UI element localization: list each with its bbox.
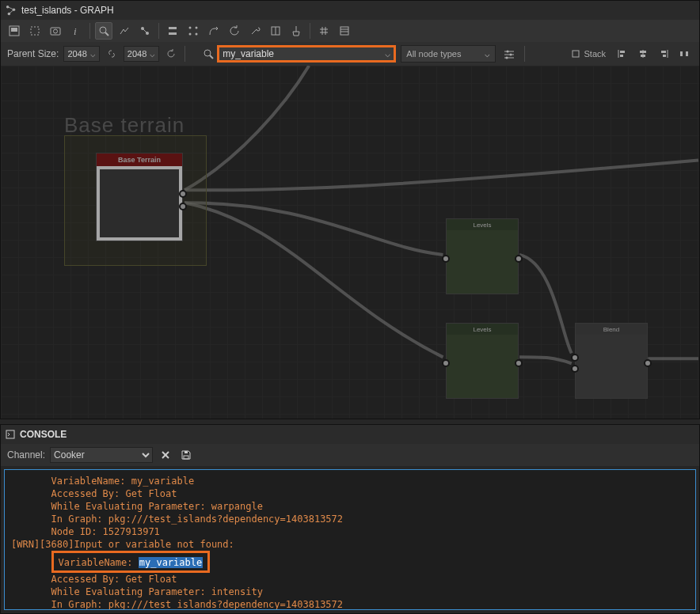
highlight-flow-icon[interactable] (116, 22, 133, 40)
align-left-icon[interactable] (614, 45, 631, 63)
svg-rect-20 (272, 27, 280, 35)
capture-icon[interactable] (47, 22, 64, 40)
align-rows-icon[interactable] (164, 22, 181, 40)
input-pin[interactable] (442, 255, 450, 263)
svg-rect-4 (11, 28, 17, 32)
parent-height-select[interactable]: 2048 ⌵ (124, 46, 159, 62)
log-line: While Evaluating Parameter: intensity (11, 586, 263, 597)
svg-point-26 (204, 50, 211, 56)
log-line: While Evaluating Parameter: warpangle (11, 501, 263, 512)
search-input[interactable] (223, 48, 385, 59)
node-levels-2[interactable]: Levels (446, 323, 519, 399)
graph-panel: test_islands - GRAPH i Parent Size: 2048… (0, 0, 700, 419)
save-log-icon[interactable] (178, 447, 194, 463)
refresh-nodes-icon[interactable] (226, 22, 243, 40)
reroute-icon[interactable] (205, 22, 223, 40)
svg-rect-34 (573, 51, 579, 57)
node-levels-1[interactable]: Levels (446, 218, 519, 294)
svg-rect-43 (663, 55, 666, 57)
output-pin[interactable] (515, 359, 523, 367)
log-line: Input or variable not found: (74, 539, 234, 550)
grid-snap-icon[interactable] (315, 22, 333, 40)
svg-point-33 (506, 57, 508, 59)
chevron-down-icon: ⌵ (90, 49, 96, 59)
node-thumbnail (447, 230, 518, 294)
input-pin[interactable] (442, 359, 450, 367)
output-pin[interactable] (179, 203, 187, 210)
align-right-icon[interactable] (655, 45, 672, 63)
svg-rect-36 (620, 51, 625, 53)
svg-point-32 (510, 54, 512, 56)
svg-rect-3 (10, 26, 19, 36)
svg-point-9 (100, 27, 106, 33)
svg-rect-14 (169, 27, 177, 29)
node-type-filter[interactable]: All node types ⌵ (401, 45, 496, 63)
highlighted-region: VariableName: my_variable (51, 551, 211, 573)
link-dimensions-icon[interactable] (105, 47, 119, 61)
cleanup-icon[interactable] (287, 22, 305, 40)
link-nodes-icon[interactable] (136, 22, 154, 40)
output-pin[interactable] (179, 190, 187, 198)
svg-rect-39 (640, 51, 646, 53)
svg-rect-50 (185, 451, 188, 453)
channel-label: Channel: (7, 449, 45, 460)
node-thumbnail (447, 335, 518, 398)
toolbar: i (1, 20, 699, 42)
filter-options-icon[interactable] (500, 45, 518, 63)
log-area[interactable]: VariableName: my_variable Accessed By: G… (4, 469, 696, 610)
log-line: VariableName: my_variable (11, 476, 194, 487)
svg-rect-5 (31, 27, 39, 35)
input-pin[interactable] (571, 354, 579, 362)
svg-rect-40 (641, 55, 645, 57)
channel-select[interactable]: Cooker (50, 447, 153, 463)
clear-log-icon[interactable] (158, 447, 173, 463)
search-input-wrap: ⌵ (217, 45, 396, 63)
reset-size-icon[interactable] (164, 47, 178, 61)
log-line: In Graph: pkg:///test_islands?dependency… (11, 514, 343, 525)
display-node-thumb-icon[interactable] (6, 22, 23, 40)
svg-rect-49 (184, 456, 188, 459)
chevron-down-icon[interactable]: ⌵ (385, 48, 390, 59)
output-pin[interactable] (644, 359, 652, 367)
parent-size-label: Parent Size: (7, 48, 59, 59)
console-panel: CONSOLE Channel: Cooker VariableName: my… (0, 424, 700, 614)
node-title: Levels (447, 324, 518, 335)
svg-rect-6 (51, 28, 60, 35)
node-thumbnail (97, 166, 182, 241)
node-thumbnail (576, 335, 647, 398)
svg-point-11 (141, 27, 144, 30)
node-canvas[interactable]: Base terrain Base Terrain Levels Levels (1, 66, 699, 419)
info-icon[interactable]: i (67, 22, 85, 40)
node-base-terrain[interactable]: Base Terrain (96, 153, 183, 241)
svg-point-17 (196, 27, 198, 29)
svg-point-12 (146, 32, 149, 35)
input-pin[interactable] (571, 365, 579, 373)
panel-title-bar: test_islands - GRAPH (1, 1, 699, 20)
console-icon (6, 430, 15, 439)
log-line: Node ID: 1527913971 (11, 526, 160, 537)
svg-line-13 (143, 28, 147, 33)
align-distribute-icon[interactable] (185, 22, 202, 40)
node-title: Levels (447, 219, 518, 230)
expose-param-icon[interactable] (267, 22, 284, 40)
fit-view-icon[interactable] (26, 22, 44, 40)
console-title: CONSOLE (20, 429, 67, 440)
output-pin[interactable] (515, 255, 523, 263)
param-bar: Parent Size: 2048 ⌵ 2048 ⌵ ⌵ (1, 42, 699, 66)
zoom-icon[interactable] (95, 22, 112, 40)
stack-toggle[interactable]: Stack (566, 45, 611, 63)
svg-rect-15 (169, 32, 177, 35)
parent-width-select[interactable]: 2048 ⌵ (63, 46, 99, 62)
log-line: Accessed By: Get Float (11, 488, 177, 499)
node-title: Base Terrain (97, 154, 182, 166)
svg-point-16 (189, 27, 192, 29)
panel-title: test_islands - GRAPH (21, 5, 114, 16)
svg-text:i: i (74, 25, 77, 36)
svg-rect-37 (620, 55, 623, 57)
svg-line-10 (105, 32, 108, 36)
node-blend[interactable]: Blend (575, 323, 648, 399)
list-view-icon[interactable] (336, 22, 353, 40)
align-center-icon[interactable] (634, 45, 652, 63)
align-distribute-h-icon[interactable] (675, 45, 693, 63)
tools-icon[interactable] (246, 22, 264, 40)
